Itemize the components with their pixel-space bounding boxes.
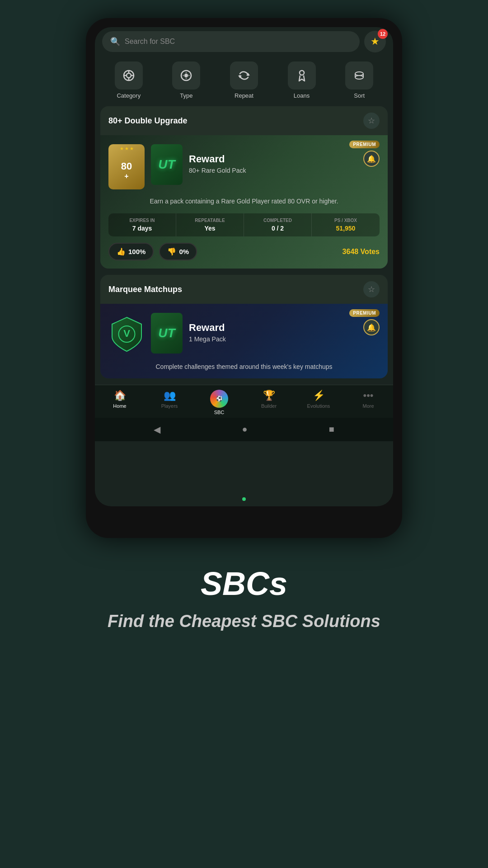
svg-text:V: V (123, 328, 130, 339)
filter-category[interactable]: Category (102, 61, 155, 99)
sbc-double-upgrade-body: ★ ★ ★ 80 + UT PREMIUM 🔔 (100, 135, 388, 269)
svg-point-7 (184, 74, 188, 77)
evolutions-label: Evolutions (307, 403, 330, 409)
builder-icon: 🏆 (263, 390, 275, 401)
premium-badge-1: PREMIUM (349, 141, 380, 148)
repeat-icon-box (230, 61, 258, 90)
search-area: 🔍 Search for SBC ★ 12 (95, 27, 393, 58)
pack-label: UT (158, 157, 175, 172)
home-icon: 🏠 (114, 390, 126, 401)
loans-label: Loans (294, 92, 310, 99)
expires-value: 7 days (111, 225, 173, 232)
stat-platform: PS / XBOX 51,950 (312, 213, 380, 236)
repeat-label: Repeat (235, 92, 253, 99)
sbc-marquee-section: Marquee Matchups ☆ (100, 275, 388, 378)
nav-evolutions[interactable]: ⚡ Evolutions (294, 390, 343, 415)
loans-icon (296, 69, 308, 82)
sbc-description-2: Complete challenges themed around this w… (108, 363, 380, 370)
sbc-marquee-header: Marquee Matchups ☆ (100, 275, 388, 304)
sbc-double-upgrade-header: 80+ Double Upgrade ☆ (100, 106, 388, 135)
filter-type[interactable]: Type (160, 61, 213, 99)
repeat-icon (238, 69, 250, 82)
notification-button[interactable]: ★ 12 (364, 31, 386, 52)
search-input: Search for SBC (125, 38, 175, 46)
reward-subtitle-2: 1 Mega Pack (189, 335, 380, 343)
stat-completed: COMPLETED 0 / 2 (244, 213, 312, 236)
upvote-pct: 100% (128, 248, 145, 255)
player-rating: 80 (121, 160, 132, 172)
players-icon: 👥 (164, 390, 176, 401)
back-button[interactable]: ◀ (154, 424, 160, 435)
builder-label: Builder (261, 403, 277, 409)
completed-label: COMPLETED (247, 218, 309, 223)
downvote-button[interactable]: 👎 0% (159, 243, 197, 260)
votes-count-1: 3648 Votes (343, 248, 380, 256)
sbc-marquee-fav[interactable]: ☆ (363, 281, 380, 297)
sort-icon-box (345, 61, 373, 90)
sbc-double-upgrade-fav[interactable]: ☆ (363, 113, 380, 129)
android-nav: ◀ ● ■ (95, 418, 393, 441)
notification-badge: 12 (378, 29, 388, 39)
thumbs-down-icon: 👎 (167, 247, 176, 256)
type-icon (180, 69, 192, 82)
reward-row-2: V UT PREMIUM 🔔 Reward 1 Mega Pack (108, 313, 380, 356)
premium-bell-2[interactable]: 🔔 (363, 319, 380, 335)
platform-label: PS / XBOX (314, 218, 377, 223)
bottom-text-area: SBCs Find the Cheapest SBC Solutions (80, 565, 408, 660)
nav-sbc[interactable]: ⚽ SBC (194, 390, 244, 415)
shield-svg: V (110, 315, 144, 354)
search-icon: 🔍 (110, 37, 120, 47)
evolutions-icon: ⚡ (313, 390, 325, 401)
loans-icon-box (288, 61, 316, 90)
stat-expires: EXPIRES IN 7 days (108, 213, 176, 236)
category-label: Category (117, 92, 141, 99)
svg-point-12 (355, 75, 363, 79)
reward-title-1: Reward (189, 153, 380, 165)
player-card: ★ ★ ★ 80 + (108, 144, 145, 189)
search-bar[interactable]: 🔍 Search for SBC (102, 31, 360, 52)
sbcs-title: SBCs (108, 565, 380, 602)
downvote-pct: 0% (179, 248, 189, 255)
upvote-button[interactable]: 👍 100% (108, 243, 154, 260)
type-label: Type (180, 92, 192, 99)
category-icon-box (115, 61, 143, 90)
phone-frame: 🔍 Search for SBC ★ 12 (86, 18, 402, 538)
nav-builder[interactable]: 🏆 Builder (244, 390, 294, 415)
repeatable-label: REPEATABLE (179, 218, 241, 223)
nav-players[interactable]: 👥 Players (145, 390, 194, 415)
expires-label: EXPIRES IN (111, 218, 173, 223)
pack-label-2: UT (158, 326, 175, 340)
recents-button[interactable]: ■ (329, 424, 334, 435)
premium-bell-1[interactable]: 🔔 (363, 151, 380, 167)
filter-sort[interactable]: Sort (333, 61, 386, 99)
svg-point-1 (127, 73, 131, 78)
svg-point-11 (355, 72, 363, 75)
nav-home[interactable]: 🏠 Home (95, 390, 145, 415)
sbc-marquee-title: Marquee Matchups (108, 285, 182, 294)
home-button[interactable]: ● (242, 424, 247, 435)
svg-point-10 (300, 71, 304, 75)
nav-dot (242, 497, 246, 501)
bottom-nav: 🏠 Home 👥 Players ⚽ SBC 🏆 Builder ⚡ Evolu… (95, 385, 393, 418)
filter-loans[interactable]: Loans (275, 61, 328, 99)
shield-icon-large: V (108, 313, 145, 356)
reward-info-1: PREMIUM 🔔 Reward 80+ Rare Gold Pack (189, 144, 380, 174)
vote-row-1: 👍 100% 👎 0% 3648 Votes (108, 243, 380, 260)
reward-row-1: ★ ★ ★ 80 + UT PREMIUM 🔔 (108, 144, 380, 189)
sbc-double-upgrade-section: 80+ Double Upgrade ☆ ★ ★ ★ 80 + (100, 106, 388, 269)
sbc-label: SBC (214, 410, 225, 415)
thumbs-up-icon: 👍 (117, 247, 126, 256)
premium-badge-2: PREMIUM (349, 309, 380, 317)
category-icon (122, 69, 135, 82)
nav-more[interactable]: ••• More (343, 390, 393, 415)
filter-repeat[interactable]: Repeat (217, 61, 271, 99)
stat-repeatable: REPEATABLE Yes (176, 213, 244, 236)
sbc-description-1: Earn a pack containing a Rare Gold Playe… (108, 197, 380, 206)
pack-image: UT (151, 144, 183, 185)
completed-value: 0 / 2 (247, 225, 309, 232)
filter-bar: Category Type (95, 58, 393, 106)
reward-title-2: Reward (189, 322, 380, 334)
more-icon: ••• (363, 390, 373, 401)
pack-image-2: UT (151, 313, 183, 354)
type-icon-box (172, 61, 200, 90)
